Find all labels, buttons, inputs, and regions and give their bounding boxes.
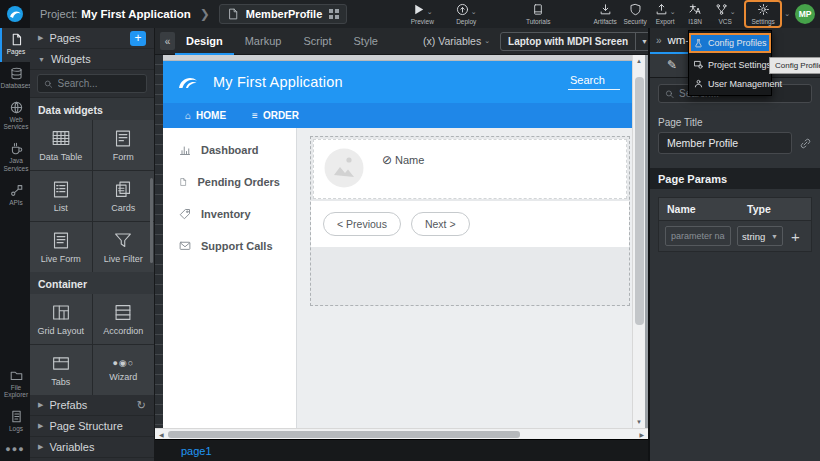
nav-item-order[interactable]: ≡ ORDER — [252, 110, 299, 121]
security-button[interactable]: Security — [620, 3, 650, 25]
nav-item-home[interactable]: ⌂ HOME — [185, 110, 226, 121]
expand-panel-icon[interactable]: » — [656, 35, 662, 46]
home-icon: ⌂ — [185, 110, 191, 121]
accordion-icon — [113, 303, 133, 322]
next-button[interactable]: Next > — [411, 212, 470, 236]
column-header-type: Type — [739, 198, 779, 220]
page-title-input[interactable] — [658, 132, 792, 154]
page-selector-value: MemberProfile — [246, 8, 322, 20]
tab-design[interactable]: Design — [175, 28, 234, 55]
app-search-input[interactable]: Search — [568, 74, 620, 90]
widget-tile-live-form[interactable]: Live Form — [30, 222, 92, 272]
tutorials-icon — [532, 3, 544, 16]
rail-item-web-services[interactable]: Web Services — [0, 96, 30, 138]
rail-item-pages[interactable]: Pages — [0, 28, 30, 62]
rail-item-apis[interactable]: APIs — [0, 179, 30, 213]
canvas-toolbar: « Design Markup Script Style (x) Variabl… — [155, 28, 648, 55]
variables-button[interactable]: (x) Variables ⌄ — [423, 35, 490, 47]
widget-tile-data-table[interactable]: Data Table — [30, 120, 92, 170]
search-icon — [665, 89, 674, 99]
page-selector[interactable]: MemberProfile — [219, 4, 347, 24]
horizontal-scroll-thumb[interactable] — [168, 431, 520, 438]
refresh-icon[interactable]: ↻ — [137, 399, 146, 412]
scroll-up-icon[interactable]: ▲ — [636, 55, 642, 67]
widget-tile-wizard[interactable]: ●◉○ Wizard — [93, 345, 155, 395]
widget-tile-grid-layout[interactable]: Grid Layout — [30, 294, 92, 344]
artifacts-button[interactable]: Artifacts — [590, 3, 620, 25]
folder-icon — [10, 369, 23, 382]
bind-link-icon[interactable] — [799, 137, 812, 150]
prefabs-section-header[interactable]: ▶ Prefabs ↻ — [30, 395, 154, 416]
user-avatar[interactable]: MP — [795, 4, 815, 24]
rail-item-java-services[interactable]: Java Services — [0, 137, 30, 179]
scroll-right-icon[interactable]: ▶ — [635, 431, 648, 438]
canvas-horizontal-scrollbar[interactable]: ◀ ▶ — [155, 428, 648, 439]
menu-item-dashboard[interactable]: Dashboard — [163, 134, 296, 166]
widget-tile-accordion[interactable]: Accordion — [93, 294, 155, 344]
widget-tile-list[interactable]: List — [30, 171, 92, 221]
tutorials-button[interactable]: Tutorials — [523, 3, 553, 25]
vcs-button[interactable]: ⌄ VCS — [710, 3, 740, 25]
wavemaker-logo[interactable] — [0, 0, 30, 28]
widget-tile-cards[interactable]: Cards — [93, 171, 155, 221]
param-name-input[interactable] — [665, 226, 731, 246]
menu-item-project-settings[interactable]: Project Settings — [689, 55, 771, 74]
left-panel-scrollbar[interactable] — [150, 178, 153, 263]
export-button[interactable]: ⌄ Export — [650, 3, 680, 25]
database-icon — [10, 67, 23, 80]
rail-item-databases[interactable]: Databases — [0, 62, 30, 96]
vertical-scroll-thumb[interactable] — [635, 77, 644, 325]
rail-item-file-explorer[interactable]: File Explorer — [0, 364, 30, 406]
config-profiles-icon — [694, 39, 703, 48]
grid-icon[interactable] — [329, 9, 339, 19]
widget-tile-form[interactable]: Form — [93, 120, 155, 170]
container-title: Container — [30, 272, 154, 294]
widget-search-input[interactable] — [58, 78, 140, 89]
chevron-down-icon: ⌄ — [471, 8, 477, 16]
chevron-down-icon: ⌄ — [427, 8, 433, 16]
column-header-name: Name — [659, 198, 739, 220]
more-options-icon[interactable]: ●●● — [0, 439, 30, 461]
scroll-down-icon[interactable]: ▼ — [636, 416, 642, 428]
envelope-icon — [179, 240, 191, 252]
widgets-section-header[interactable]: ▼ Widgets — [30, 49, 154, 70]
param-row: string ▼ + — [659, 221, 811, 251]
tab-script[interactable]: Script — [292, 28, 342, 55]
artifacts-icon — [599, 3, 612, 16]
settings-highlight-box: Settings — [744, 0, 782, 28]
add-param-button[interactable]: + — [791, 228, 800, 245]
page-tab[interactable]: page1 — [181, 445, 212, 457]
settings-button[interactable]: Settings — [749, 3, 777, 25]
menu-item-config-profiles[interactable]: Config Profiles — [689, 33, 771, 53]
widget-tile-live-filter[interactable]: Live Filter — [93, 222, 155, 272]
menu-item-user-management[interactable]: User Management — [689, 74, 771, 93]
rail-item-logs[interactable]: Logs — [0, 405, 30, 439]
preview-button[interactable]: ⌄ Preview — [407, 3, 437, 25]
pagination-row: < Previous Next > — [311, 201, 629, 247]
tab-markup[interactable]: Markup — [234, 28, 293, 55]
device-selector[interactable]: Laptop with MDPI Screen ▼ — [500, 32, 654, 51]
pages-section-header[interactable]: ▶ Pages + — [30, 28, 154, 49]
pencil-icon: ✎ — [667, 58, 677, 72]
param-type-select[interactable]: string ▼ — [737, 226, 783, 246]
menu-item-inventory[interactable]: Inventory — [163, 198, 296, 230]
scroll-left-icon[interactable]: ◀ — [155, 431, 168, 438]
i18n-button[interactable]: I18N — [680, 3, 710, 25]
selected-widget-container[interactable]: ⊘ Name < Previous Next > — [310, 136, 630, 306]
widget-tile-tabs[interactable]: Tabs — [30, 345, 92, 395]
add-page-button[interactable]: + — [130, 31, 146, 46]
chevron-down-icon: ⌄ — [670, 8, 676, 16]
menu-item-support-calls[interactable]: Support Calls — [163, 230, 296, 262]
menu-item-pending-orders[interactable]: Pending Orders — [163, 166, 296, 198]
profile-card[interactable]: ⊘ Name — [313, 139, 627, 199]
deploy-button[interactable]: ⌄ Deploy — [451, 3, 481, 25]
variables-section-header[interactable]: ▶ Variables — [30, 437, 154, 458]
container-empty-area[interactable] — [311, 247, 629, 305]
tab-style[interactable]: Style — [343, 28, 389, 55]
left-rail: Pages Databases Web Services Java Servic… — [0, 28, 30, 461]
collapse-left-panel-button[interactable]: « — [160, 32, 175, 50]
canvas-vertical-scrollbar[interactable]: ▲ ▼ — [632, 55, 645, 428]
previous-button[interactable]: < Previous — [323, 212, 401, 236]
app-header[interactable]: My First Application Search — [163, 61, 632, 103]
page-structure-section-header[interactable]: ▶ Page Structure — [30, 416, 154, 437]
